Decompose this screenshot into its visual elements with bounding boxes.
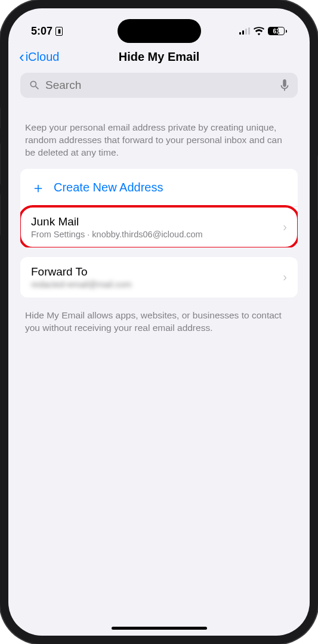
forward-email: redacted-email@mail.com	[31, 280, 283, 289]
create-new-address-button[interactable]: ＋ Create New Address	[20, 169, 298, 207]
nav-bar: ‹ iCloud Hide My Email	[8, 42, 310, 70]
status-time: 5:07	[31, 25, 53, 38]
search-input[interactable]	[45, 79, 280, 92]
dynamic-island	[118, 19, 201, 43]
home-indicator[interactable]	[112, 627, 207, 630]
volume-down-button	[0, 194, 1, 236]
phone-frame: 5:07 ▮ 61 ‹ iCloud	[0, 0, 318, 644]
volume-up-button	[0, 143, 1, 185]
content-area: Keep your personal email address private…	[8, 70, 310, 339]
plus-icon: ＋	[31, 178, 45, 197]
footer-text: Hide My Email allows apps, websites, or …	[20, 307, 298, 337]
silent-switch	[0, 107, 1, 129]
alias-item-content: Junk Mail From Settings · knobby.thirds0…	[31, 215, 283, 239]
wifi-icon	[254, 27, 264, 35]
forward-content: Forward To redacted-email@mail.com	[31, 265, 283, 289]
forward-list-group: Forward To redacted-email@mail.com ›	[20, 257, 298, 298]
chevron-left-icon: ‹	[19, 48, 24, 66]
forward-title: Forward To	[31, 265, 283, 278]
alias-title: Junk Mail	[31, 215, 283, 228]
back-label: iCloud	[26, 50, 60, 64]
search-bar[interactable]	[20, 73, 298, 98]
battery-indicator: 61	[268, 27, 287, 35]
alias-subtitle: From Settings · knobby.thirds06@icloud.c…	[31, 230, 283, 239]
phone-screen: 5:07 ▮ 61 ‹ iCloud	[8, 8, 310, 636]
chevron-right-icon: ›	[283, 220, 287, 234]
microphone-icon[interactable]	[280, 79, 289, 92]
create-label: Create New Address	[54, 181, 163, 194]
cellular-signal-icon	[239, 27, 251, 35]
alias-list-group: ＋ Create New Address Junk Mail From Sett…	[20, 169, 298, 247]
back-button[interactable]: ‹ iCloud	[19, 48, 59, 66]
status-right: 61	[239, 27, 288, 35]
status-left: 5:07 ▮	[31, 25, 63, 38]
page-title: Hide My Email	[119, 50, 200, 64]
intro-text: Keep your personal email address private…	[20, 109, 298, 169]
chevron-right-icon: ›	[283, 270, 287, 284]
forward-to-item[interactable]: Forward To redacted-email@mail.com ›	[20, 257, 298, 298]
alias-item-junk-mail[interactable]: Junk Mail From Settings · knobby.thirds0…	[20, 207, 298, 247]
sim-card-icon: ▮	[55, 27, 63, 36]
search-icon	[29, 79, 41, 91]
